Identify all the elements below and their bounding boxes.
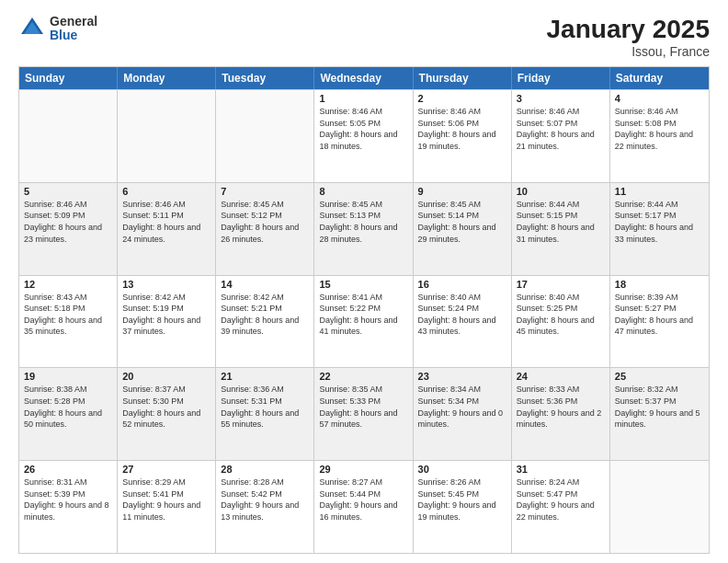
day-info: Sunrise: 8:26 AM Sunset: 5:45 PM Dayligh… <box>418 477 506 523</box>
header: General Blue January 2025 Issou, France <box>18 15 710 59</box>
header-day-sunday: Sunday <box>19 67 118 89</box>
day-info: Sunrise: 8:42 AM Sunset: 5:21 PM Dayligh… <box>221 292 309 338</box>
calendar-row-1: 1Sunrise: 8:46 AM Sunset: 5:05 PM Daylig… <box>19 89 709 182</box>
day-info: Sunrise: 8:44 AM Sunset: 5:15 PM Dayligh… <box>517 199 605 245</box>
calendar-body: 1Sunrise: 8:46 AM Sunset: 5:05 PM Daylig… <box>19 89 709 553</box>
calendar-cell: 23Sunrise: 8:34 AM Sunset: 5:34 PM Dayli… <box>414 368 512 460</box>
day-number: 11 <box>615 186 704 197</box>
day-info: Sunrise: 8:39 AM Sunset: 5:27 PM Dayligh… <box>615 292 704 338</box>
calendar-cell: 4Sunrise: 8:46 AM Sunset: 5:08 PM Daylig… <box>610 90 709 182</box>
calendar-cell: 27Sunrise: 8:29 AM Sunset: 5:41 PM Dayli… <box>118 461 216 553</box>
calendar-cell: 29Sunrise: 8:27 AM Sunset: 5:44 PM Dayli… <box>314 461 413 553</box>
calendar-cell <box>216 90 314 182</box>
calendar-cell: 24Sunrise: 8:33 AM Sunset: 5:36 PM Dayli… <box>512 368 610 460</box>
header-day-saturday: Saturday <box>610 67 709 89</box>
day-number: 5 <box>24 186 112 197</box>
day-number: 25 <box>615 371 704 382</box>
day-info: Sunrise: 8:27 AM Sunset: 5:44 PM Dayligh… <box>319 477 407 523</box>
calendar-cell: 20Sunrise: 8:37 AM Sunset: 5:30 PM Dayli… <box>118 368 216 460</box>
day-number: 30 <box>418 464 506 475</box>
day-number: 2 <box>418 93 506 104</box>
day-info: Sunrise: 8:41 AM Sunset: 5:22 PM Dayligh… <box>319 292 407 338</box>
day-number: 23 <box>418 371 506 382</box>
day-number: 31 <box>517 464 605 475</box>
day-number: 15 <box>319 279 407 290</box>
calendar-cell: 21Sunrise: 8:36 AM Sunset: 5:31 PM Dayli… <box>216 368 314 460</box>
calendar-cell: 19Sunrise: 8:38 AM Sunset: 5:28 PM Dayli… <box>19 368 118 460</box>
calendar-cell: 6Sunrise: 8:46 AM Sunset: 5:11 PM Daylig… <box>118 183 216 275</box>
calendar-row-3: 12Sunrise: 8:43 AM Sunset: 5:18 PM Dayli… <box>19 275 709 368</box>
day-info: Sunrise: 8:34 AM Sunset: 5:34 PM Dayligh… <box>418 384 506 430</box>
month-year: January 2025 <box>547 15 710 44</box>
calendar-cell: 17Sunrise: 8:40 AM Sunset: 5:25 PM Dayli… <box>512 276 610 368</box>
day-number: 27 <box>122 464 210 475</box>
day-info: Sunrise: 8:46 AM Sunset: 5:07 PM Dayligh… <box>517 106 605 152</box>
day-info: Sunrise: 8:44 AM Sunset: 5:17 PM Dayligh… <box>615 199 704 245</box>
calendar-cell: 26Sunrise: 8:31 AM Sunset: 5:39 PM Dayli… <box>19 461 118 553</box>
day-number: 14 <box>221 279 309 290</box>
day-info: Sunrise: 8:28 AM Sunset: 5:42 PM Dayligh… <box>221 477 309 523</box>
day-number: 4 <box>615 93 704 104</box>
calendar-row-2: 5Sunrise: 8:46 AM Sunset: 5:09 PM Daylig… <box>19 182 709 275</box>
calendar-cell: 30Sunrise: 8:26 AM Sunset: 5:45 PM Dayli… <box>414 461 512 553</box>
calendar-cell <box>19 90 118 182</box>
logo-blue: Blue <box>50 29 97 42</box>
day-info: Sunrise: 8:46 AM Sunset: 5:11 PM Dayligh… <box>122 199 210 245</box>
day-number: 12 <box>24 279 112 290</box>
day-info: Sunrise: 8:42 AM Sunset: 5:19 PM Dayligh… <box>122 292 210 338</box>
header-day-thursday: Thursday <box>414 67 512 89</box>
day-info: Sunrise: 8:46 AM Sunset: 5:06 PM Dayligh… <box>418 106 506 152</box>
day-number: 17 <box>517 279 605 290</box>
day-number: 8 <box>319 186 407 197</box>
logo-general: General <box>50 15 97 29</box>
day-info: Sunrise: 8:29 AM Sunset: 5:41 PM Dayligh… <box>122 477 210 523</box>
day-number: 6 <box>122 186 210 197</box>
day-number: 9 <box>418 186 506 197</box>
day-number: 24 <box>517 371 605 382</box>
day-number: 3 <box>517 93 605 104</box>
day-info: Sunrise: 8:40 AM Sunset: 5:25 PM Dayligh… <box>517 292 605 338</box>
day-info: Sunrise: 8:40 AM Sunset: 5:24 PM Dayligh… <box>418 292 506 338</box>
day-number: 18 <box>615 279 704 290</box>
calendar-cell: 16Sunrise: 8:40 AM Sunset: 5:24 PM Dayli… <box>414 276 512 368</box>
calendar-cell: 25Sunrise: 8:32 AM Sunset: 5:37 PM Dayli… <box>610 368 709 460</box>
day-number: 10 <box>517 186 605 197</box>
day-info: Sunrise: 8:36 AM Sunset: 5:31 PM Dayligh… <box>221 384 309 430</box>
calendar-cell: 18Sunrise: 8:39 AM Sunset: 5:27 PM Dayli… <box>610 276 709 368</box>
day-number: 13 <box>122 279 210 290</box>
logo-icon <box>18 15 46 42</box>
day-info: Sunrise: 8:43 AM Sunset: 5:18 PM Dayligh… <box>24 292 112 338</box>
calendar-row-5: 26Sunrise: 8:31 AM Sunset: 5:39 PM Dayli… <box>19 460 709 553</box>
calendar-cell: 9Sunrise: 8:45 AM Sunset: 5:14 PM Daylig… <box>414 183 512 275</box>
calendar-cell: 2Sunrise: 8:46 AM Sunset: 5:06 PM Daylig… <box>414 90 512 182</box>
calendar-cell: 1Sunrise: 8:46 AM Sunset: 5:05 PM Daylig… <box>314 90 413 182</box>
day-info: Sunrise: 8:46 AM Sunset: 5:08 PM Dayligh… <box>615 106 704 152</box>
calendar-cell: 8Sunrise: 8:45 AM Sunset: 5:13 PM Daylig… <box>314 183 413 275</box>
day-number: 21 <box>221 371 309 382</box>
calendar-cell: 10Sunrise: 8:44 AM Sunset: 5:15 PM Dayli… <box>512 183 610 275</box>
day-info: Sunrise: 8:31 AM Sunset: 5:39 PM Dayligh… <box>24 477 112 523</box>
header-day-tuesday: Tuesday <box>216 67 314 89</box>
calendar-cell: 3Sunrise: 8:46 AM Sunset: 5:07 PM Daylig… <box>512 90 610 182</box>
day-info: Sunrise: 8:37 AM Sunset: 5:30 PM Dayligh… <box>122 384 210 430</box>
day-info: Sunrise: 8:45 AM Sunset: 5:12 PM Dayligh… <box>221 199 309 245</box>
header-day-wednesday: Wednesday <box>314 67 413 89</box>
page: General Blue January 2025 Issou, France … <box>0 0 728 563</box>
day-info: Sunrise: 8:33 AM Sunset: 5:36 PM Dayligh… <box>517 384 605 430</box>
day-number: 7 <box>221 186 309 197</box>
calendar: SundayMondayTuesdayWednesdayThursdayFrid… <box>18 66 710 554</box>
day-number: 19 <box>24 371 112 382</box>
calendar-cell: 15Sunrise: 8:41 AM Sunset: 5:22 PM Dayli… <box>314 276 413 368</box>
day-number: 22 <box>319 371 407 382</box>
calendar-cell: 12Sunrise: 8:43 AM Sunset: 5:18 PM Dayli… <box>19 276 118 368</box>
header-day-monday: Monday <box>118 67 216 89</box>
day-info: Sunrise: 8:38 AM Sunset: 5:28 PM Dayligh… <box>24 384 112 430</box>
day-info: Sunrise: 8:24 AM Sunset: 5:47 PM Dayligh… <box>517 477 605 523</box>
day-number: 28 <box>221 464 309 475</box>
logo-text: General Blue <box>50 15 97 43</box>
day-info: Sunrise: 8:46 AM Sunset: 5:05 PM Dayligh… <box>319 106 407 152</box>
day-number: 16 <box>418 279 506 290</box>
day-info: Sunrise: 8:46 AM Sunset: 5:09 PM Dayligh… <box>24 199 112 245</box>
calendar-cell <box>610 461 709 553</box>
location: Issou, France <box>547 44 710 59</box>
